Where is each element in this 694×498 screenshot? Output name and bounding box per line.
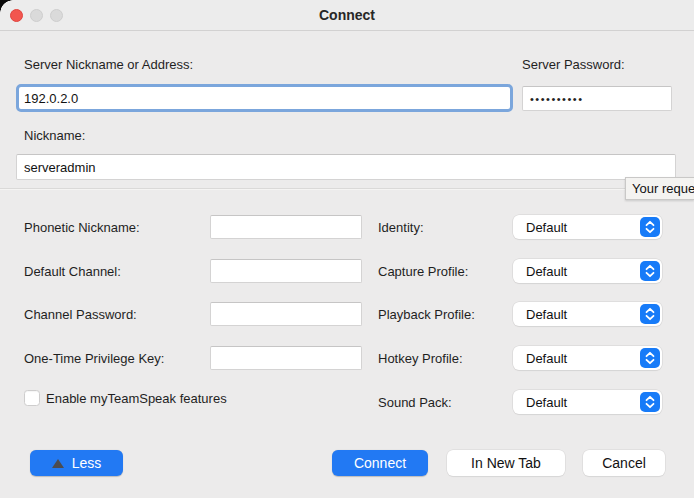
capture-profile-dropdown[interactable]: Default [513,259,662,283]
zoom-button [50,9,63,22]
server-password-label: Server Password: [522,57,625,72]
hotkey-profile-dropdown-value: Default [526,351,567,366]
nickname-value: serveradmin [24,160,96,175]
less-button[interactable]: Less [30,450,123,476]
capture-profile-label: Capture Profile: [378,264,468,279]
window-title: Connect [0,0,694,31]
phonetic-nickname-input[interactable] [210,215,362,239]
capture-profile-dropdown-value: Default [526,264,567,279]
collapse-triangle-icon [52,459,64,468]
in-new-tab-button-label: In New Tab [471,455,541,471]
connect-button[interactable]: Connect [332,450,428,476]
playback-profile-dropdown[interactable]: Default [513,302,662,326]
default-channel-input[interactable] [210,259,362,283]
identity-label: Identity: [378,220,424,235]
privilege-key-label: One-Time Privilege Key: [24,351,164,366]
cancel-button[interactable]: Cancel [583,450,665,476]
tooltip: Your reque [625,177,694,200]
phonetic-nickname-label: Phonetic Nickname: [24,220,140,235]
in-new-tab-button[interactable]: In New Tab [447,450,565,476]
channel-password-input[interactable] [210,302,362,326]
server-address-value: 192.0.2.0 [24,91,78,106]
server-password-value: •••••••••• [530,93,584,105]
chevron-up-down-icon [640,217,660,237]
minimize-button [30,9,43,22]
sound-pack-dropdown[interactable]: Default [513,390,662,414]
sound-pack-label: Sound Pack: [378,395,452,410]
less-button-label: Less [72,455,102,471]
playback-profile-label: Playback Profile: [378,307,475,322]
nickname-label: Nickname: [24,128,85,143]
chevron-up-down-icon [640,261,660,281]
title-bar: Connect [0,0,694,31]
hotkey-profile-label: Hotkey Profile: [378,351,463,366]
identity-dropdown-value: Default [526,220,567,235]
server-password-input[interactable]: •••••••••• [522,86,672,111]
identity-dropdown[interactable]: Default [513,215,662,239]
myteamspeak-checkbox[interactable] [24,390,40,406]
sound-pack-dropdown-value: Default [526,395,567,410]
server-address-label: Server Nickname or Address: [24,57,193,72]
nickname-input[interactable]: serveradmin [16,154,676,180]
connect-button-label: Connect [354,455,406,471]
chevron-up-down-icon [640,392,660,412]
default-channel-label: Default Channel: [24,264,121,279]
hotkey-profile-dropdown[interactable]: Default [513,346,662,370]
playback-profile-dropdown-value: Default [526,307,567,322]
tooltip-text: Your reque [632,181,694,196]
section-divider [0,188,694,190]
connect-dialog: Connect Server Nickname or Address: 192.… [0,0,694,498]
chevron-up-down-icon [640,348,660,368]
privilege-key-input[interactable] [210,346,362,370]
cancel-button-label: Cancel [602,455,646,471]
myteamspeak-checkbox-label: Enable myTeamSpeak features [46,391,227,406]
channel-password-label: Channel Password: [24,307,137,322]
chevron-up-down-icon [640,304,660,324]
rounded-corner-artifact [0,0,13,13]
server-address-input[interactable]: 192.0.2.0 [16,84,513,112]
